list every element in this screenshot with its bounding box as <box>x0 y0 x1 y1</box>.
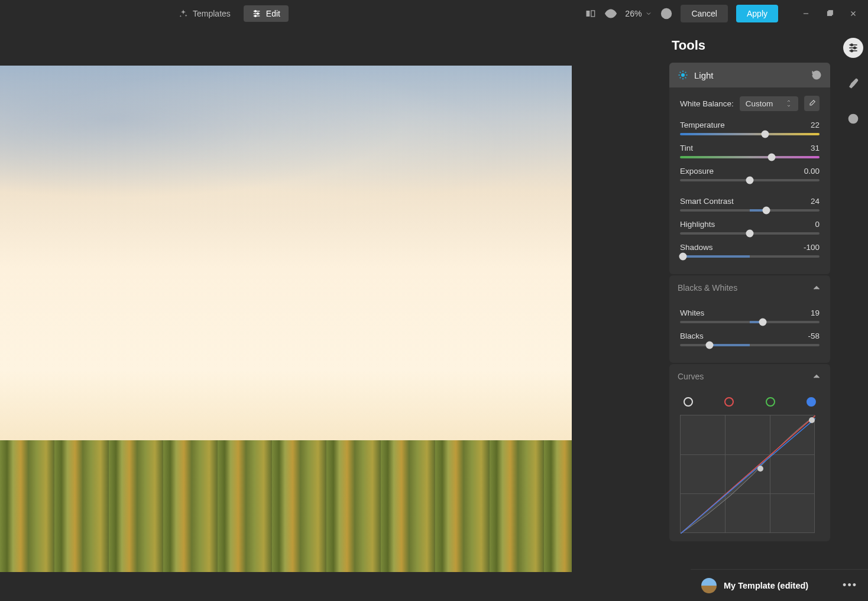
svg-point-8 <box>610 12 613 15</box>
chevron-down-icon <box>645 10 652 17</box>
white-balance-select[interactable]: Custom <box>740 96 798 111</box>
section-curves-title: Curves <box>678 372 805 381</box>
zoom-value: 26% <box>625 9 642 18</box>
white-balance-value: Custom <box>746 99 773 108</box>
section-blacks-whites-title: Blacks & Whites <box>678 283 805 293</box>
tab-templates-label: Templates <box>193 9 231 18</box>
adjustments-icon <box>847 42 859 54</box>
more-button[interactable]: ••• <box>843 579 857 592</box>
section-curves-header[interactable]: Curves <box>669 364 830 389</box>
right-tab-history[interactable] <box>843 109 863 129</box>
tab-edit-label: Edit <box>266 9 280 18</box>
svg-point-28 <box>809 417 815 423</box>
svg-point-33 <box>854 47 856 48</box>
canvas-area <box>0 27 661 601</box>
svg-rect-6 <box>587 11 590 17</box>
slider-smart-contrast[interactable]: Smart Contrast24 <box>680 197 820 212</box>
chevron-up-icon <box>811 371 822 382</box>
section-light-title: Light <box>694 70 805 80</box>
section-curves: Curves <box>669 364 830 541</box>
section-blacks-whites-header[interactable]: Blacks & Whites <box>669 275 830 300</box>
svg-point-27 <box>757 466 763 472</box>
bottom-bar: My Template (edited) ••• <box>691 569 868 601</box>
sun-icon <box>678 70 688 80</box>
slider-temperature[interactable]: Temperature22 <box>680 121 820 135</box>
svg-line-25 <box>685 72 686 73</box>
svg-point-32 <box>851 44 853 46</box>
right-tab-adjustments[interactable] <box>843 38 863 58</box>
svg-rect-7 <box>591 11 595 17</box>
select-chevron-icon <box>785 100 792 107</box>
svg-point-4 <box>257 13 258 15</box>
tab-edit[interactable]: Edit <box>244 5 289 22</box>
panel-title: Tools <box>669 38 830 53</box>
section-light: Light White Balance: Custom Temperature2… <box>669 63 830 274</box>
maximize-icon[interactable] <box>825 9 834 18</box>
tab-templates[interactable]: Templates <box>170 5 239 22</box>
section-blacks-whites: Blacks & Whites Whites19 Blacks-58 <box>669 275 830 363</box>
cancel-button[interactable]: Cancel <box>681 5 728 22</box>
svg-point-5 <box>254 15 256 17</box>
curves-graph[interactable] <box>680 415 815 533</box>
brush-icon <box>847 77 859 89</box>
svg-rect-14 <box>828 11 833 15</box>
svg-point-34 <box>851 50 853 51</box>
slider-exposure[interactable]: Exposure0.00 <box>680 167 820 181</box>
chevron-up-icon <box>811 282 822 293</box>
svg-point-17 <box>681 73 685 77</box>
slider-whites[interactable]: Whites19 <box>680 308 820 323</box>
template-name: My Template (edited) <box>724 581 835 590</box>
svg-point-3 <box>254 11 256 12</box>
image-preview[interactable] <box>0 66 572 572</box>
compare-icon[interactable] <box>585 8 597 20</box>
white-balance-label: White Balance: <box>680 99 734 108</box>
curve-channel-blue[interactable] <box>807 397 816 407</box>
right-tab-brush[interactable] <box>843 73 863 93</box>
curve-channel-red[interactable] <box>724 397 734 407</box>
zoom-display[interactable]: 26% <box>625 9 652 18</box>
close-icon[interactable] <box>849 9 857 18</box>
svg-line-23 <box>685 77 686 79</box>
template-thumb <box>701 578 717 593</box>
curve-channel-luma[interactable] <box>684 397 693 407</box>
curves-svg <box>681 415 815 534</box>
info-icon[interactable] <box>660 8 672 20</box>
eyedropper-button[interactable] <box>804 96 820 111</box>
top-toolbar: Templates Edit 26% Cancel Apply <box>0 0 868 27</box>
minimize-icon[interactable] <box>802 9 810 18</box>
reset-icon[interactable] <box>811 70 822 80</box>
sliders-icon <box>252 9 261 18</box>
slider-blacks[interactable]: Blacks-58 <box>680 332 820 346</box>
svg-line-24 <box>680 77 681 79</box>
section-light-header[interactable]: Light <box>669 63 830 87</box>
slider-tint[interactable]: Tint31 <box>680 144 820 158</box>
eyedropper-icon <box>808 99 816 108</box>
right-sidebar: Tools Light White Balance: Custom <box>661 27 868 601</box>
slider-shadows[interactable]: Shadows-100 <box>680 243 820 258</box>
history-icon <box>847 113 859 125</box>
sparkle-icon <box>179 9 188 18</box>
svg-line-22 <box>680 72 681 73</box>
svg-point-11 <box>666 11 668 12</box>
slider-highlights[interactable]: Highlights0 <box>680 220 820 235</box>
eye-icon[interactable] <box>605 8 617 20</box>
curve-channel-green[interactable] <box>766 397 775 407</box>
apply-button[interactable]: Apply <box>736 5 778 22</box>
